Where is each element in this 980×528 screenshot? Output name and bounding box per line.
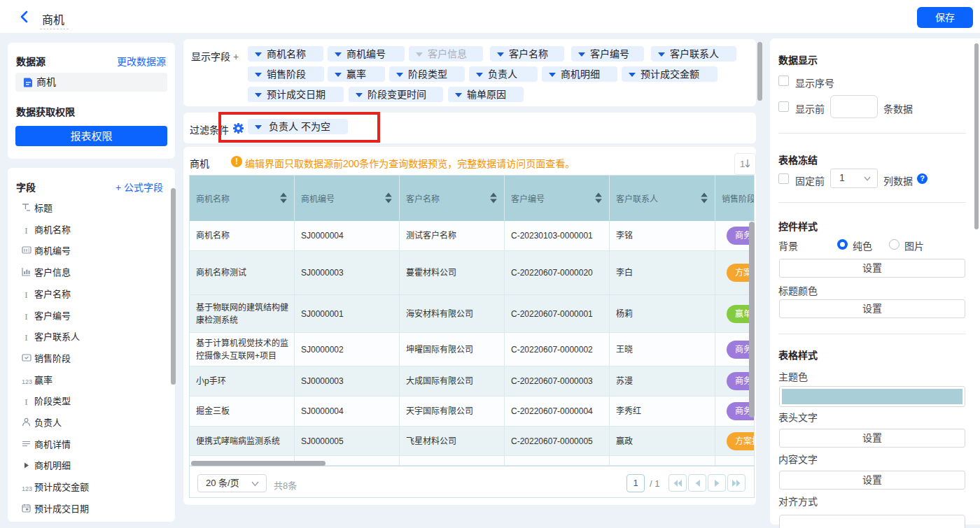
svg-text:1: 1 [740,159,745,169]
